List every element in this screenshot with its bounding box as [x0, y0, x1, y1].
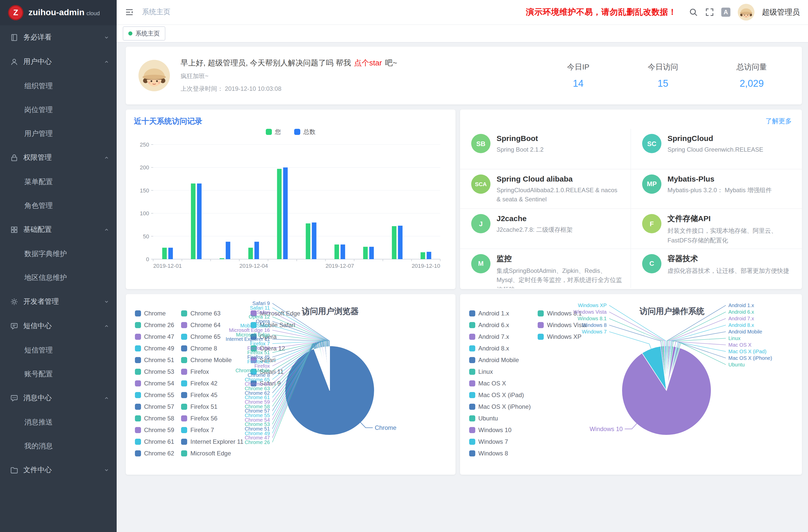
legend-item[interactable]: Windows 10	[469, 424, 531, 436]
legend-item[interactable]: Chrome	[135, 307, 174, 319]
legend-item[interactable]: Safari	[251, 354, 309, 366]
sidebar-subitem[interactable]: 岗位管理	[0, 98, 117, 122]
sidebar-subitem[interactable]: 组织管理	[0, 74, 117, 98]
sidebar-item-8[interactable]: 文件中心	[0, 458, 117, 482]
legend-item[interactable]: Firefox 51	[181, 401, 243, 412]
legend-item[interactable]: Mac OS X (iPhone)	[469, 401, 531, 412]
sidebar-item-7[interactable]: 消息中心	[0, 386, 117, 410]
legend-item[interactable]: Firefox 7	[181, 424, 243, 436]
legend-item[interactable]: Internet Explorer 11	[181, 436, 243, 447]
chevron-up-icon	[104, 227, 110, 233]
legend-item[interactable]: Linux	[469, 366, 531, 377]
legend-item[interactable]: Chrome 26	[135, 319, 174, 331]
legend-item[interactable]: Android 6.x	[469, 319, 531, 331]
legend-item[interactable]: Safari 9	[251, 377, 309, 389]
sidebar-item-2[interactable]: 用户中心	[0, 50, 117, 74]
legend-item[interactable]: Opera	[251, 331, 309, 342]
legend-item[interactable]: Safari 11	[251, 366, 309, 377]
bar-legend-item-total[interactable]: 总数	[294, 128, 315, 136]
legend-item[interactable]: Firefox 42	[181, 377, 243, 389]
legend-item[interactable]: Chrome 58	[135, 412, 174, 424]
legend-item[interactable]: Android 8.x	[469, 342, 531, 354]
legend-label: Windows Vista	[547, 321, 587, 328]
legend-item[interactable]: Chrome 65	[181, 331, 243, 342]
sidebar-item-5[interactable]: 开发者管理	[0, 290, 117, 314]
sidebar-subitem[interactable]: 角色管理	[0, 194, 117, 218]
fullscreen-icon[interactable]	[705, 7, 714, 17]
sidebar-item-label: 文件中心	[23, 465, 98, 475]
legend-item[interactable]: Chrome 63	[181, 307, 243, 319]
legend-item[interactable]: Opera 12	[251, 342, 309, 354]
stat-3: 总访问量2,029	[736, 62, 767, 89]
legend-item[interactable]: Windows Vista	[538, 319, 587, 331]
legend-item[interactable]: Chrome 54	[135, 377, 174, 389]
legend-item[interactable]: Chrome 61	[135, 436, 174, 447]
legend-label: Chrome 54	[144, 380, 174, 387]
search-icon[interactable]	[689, 7, 698, 17]
legend-item[interactable]: Android 1.x	[469, 307, 531, 319]
legend-item[interactable]: Firefox 56	[181, 412, 243, 424]
legend-item[interactable]: Firefox	[181, 366, 243, 377]
greeting-suffix: 吧~	[383, 58, 397, 67]
sidebar-subitem[interactable]: 短信管理	[0, 338, 117, 362]
legend-item[interactable]: Chrome 49	[135, 342, 174, 354]
legend-item[interactable]: Windows 7	[469, 436, 531, 447]
legend-item[interactable]: Chrome Mobile	[181, 354, 243, 366]
user-name[interactable]: 超级管理员	[762, 7, 800, 17]
sidebar-subitem[interactable]: 消息推送	[0, 410, 117, 434]
legend-item[interactable]: Chrome 57	[135, 401, 174, 412]
sidebar-item-1[interactable]: 务必详看	[0, 25, 117, 50]
legend-item[interactable]: Mobile Safari	[251, 319, 309, 331]
sidebar-item-label: 短信中心	[23, 322, 98, 331]
legend-item[interactable]: Chrome 51	[135, 354, 174, 366]
legend-item[interactable]: Chrome 8	[181, 342, 243, 354]
legend-item[interactable]: Chrome 59	[135, 424, 174, 436]
legend-item[interactable]: Ubuntu	[469, 412, 531, 424]
sidebar-subitem[interactable]: 数据字典维护	[0, 242, 117, 266]
app-logo[interactable]: Z zuihou-admincloud	[0, 0, 117, 25]
legend-label: Android 7.x	[478, 333, 509, 340]
bar-legend-item-you[interactable]: 您	[266, 128, 281, 136]
legend-swatch	[469, 392, 475, 398]
svg-text:Mac OS X (iPhone): Mac OS X (iPhone)	[728, 355, 772, 361]
sidebar-subitem[interactable]: 账号配置	[0, 362, 117, 386]
sidebar-item-6[interactable]: 短信中心	[0, 314, 117, 338]
sidebar-subitem[interactable]: 菜单配置	[0, 170, 117, 194]
tab-home[interactable]: 系统主页	[123, 26, 165, 41]
legend-item[interactable]: Mac OS X (iPad)	[469, 389, 531, 401]
legend-item[interactable]: Windows 8.1	[538, 307, 587, 319]
legend-item[interactable]: Windows XP	[538, 331, 587, 342]
star-link[interactable]: 点个star	[354, 58, 382, 67]
legend-label: Mac OS X (iPad)	[478, 391, 524, 398]
legend-item[interactable]: Microsoft Edge	[181, 447, 243, 459]
user-avatar[interactable]	[737, 3, 755, 21]
legend-item[interactable]: Chrome 62	[135, 447, 174, 459]
legend-item[interactable]: Chrome 53	[135, 366, 174, 377]
legend-item[interactable]: Mac OS X	[469, 377, 531, 389]
legend-swatch	[135, 450, 141, 456]
sidebar-subitem[interactable]: 我的消息	[0, 434, 117, 458]
sidebar-item-4[interactable]: 基础配置	[0, 218, 117, 242]
legend-item[interactable]: Chrome 64	[181, 319, 243, 331]
menu-fold-ic[interactable]	[125, 7, 134, 17]
legend-swatch	[181, 310, 187, 316]
font-size-icon[interactable]	[721, 7, 730, 17]
legend-item[interactable]: Android 7.x	[469, 331, 531, 342]
legend-item[interactable]: Microsoft Edge 16	[251, 307, 309, 319]
legend-swatch	[181, 345, 187, 351]
sidebar-subitem[interactable]: 地区信息维护	[0, 266, 117, 290]
legend-item[interactable]: Firefox 45	[181, 389, 243, 401]
legend-label: 总数	[303, 128, 315, 136]
legend-item[interactable]: Chrome 55	[135, 389, 174, 401]
svg-text:50: 50	[143, 233, 149, 240]
sidebar-subitem[interactable]: 用户管理	[0, 122, 117, 146]
sidebar-item-3[interactable]: 权限管理	[0, 146, 117, 170]
legend-item[interactable]: Windows 8	[469, 447, 531, 459]
legend-swatch	[469, 322, 475, 328]
legend-item[interactable]: Android Mobile	[469, 354, 531, 366]
learn-more-link[interactable]: 了解更多	[766, 117, 792, 126]
legend-item[interactable]: Chrome 47	[135, 331, 174, 342]
chevron-up-icon	[104, 395, 110, 401]
legend-label: Firefox 51	[190, 403, 218, 410]
legend-label: Chrome 65	[190, 333, 221, 340]
